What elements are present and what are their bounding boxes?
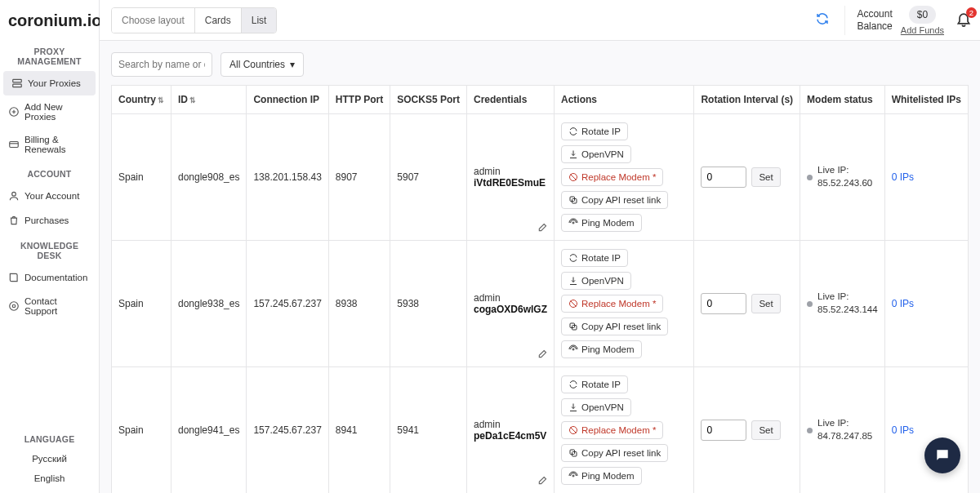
edit-credentials-icon[interactable] (537, 348, 549, 362)
search-input[interactable] (111, 52, 212, 77)
cell-country: Spain (112, 367, 172, 494)
cred-pass: peDa1cE4cm5V (474, 430, 547, 442)
sidebar-item-your-proxies[interactable]: Your Proxies (3, 71, 96, 95)
col-country[interactable]: Country⇅ (112, 86, 172, 114)
balance-box: Account Balance $0 Add Funds (844, 6, 944, 35)
edit-credentials-icon[interactable] (537, 474, 549, 488)
topbar: Choose layout Cards List Account Balance… (100, 0, 980, 41)
set-interval-button[interactable]: Set (751, 420, 780, 440)
cell-country: Spain (112, 114, 172, 241)
refresh-balance-icon[interactable] (815, 11, 830, 29)
cell-whitelist: 0 IPs (884, 241, 968, 367)
rotation-interval-input[interactable] (701, 420, 746, 441)
svg-point-4 (12, 192, 16, 196)
sidebar-item-label: Add New Proxies (24, 102, 91, 122)
whitelist-link[interactable]: 0 IPs (892, 298, 914, 309)
cell-credentials: adminiVtdRE0ESmuE (466, 114, 554, 241)
whitelist-link[interactable]: 0 IPs (892, 424, 914, 436)
section-title-account: ACCOUNT (0, 161, 99, 184)
cell-ip: 157.245.67.237 (247, 367, 328, 494)
set-interval-button[interactable]: Set (751, 167, 780, 187)
sidebar-item-purchases[interactable]: Purchases (0, 208, 99, 233)
chat-icon (934, 447, 951, 464)
balance-label-1: Account (857, 8, 892, 20)
copy-api-reset-button[interactable]: Copy API reset link (561, 444, 668, 462)
sidebar-item-label: Billing & Renewals (24, 135, 91, 154)
cell-interval: Set (694, 114, 800, 241)
col-actions: Actions (555, 86, 694, 114)
col-whitelisted-ips: Whitelisted IPs (884, 86, 968, 114)
country-select-label: All Countries (229, 59, 285, 70)
status-dot-icon (807, 175, 813, 180)
lang-zh[interactable]: 中国人 (0, 488, 99, 493)
cell-http: 8941 (328, 367, 390, 494)
country-select[interactable]: All Countries ▾ (220, 52, 304, 77)
sort-icon: ⇅ (158, 96, 164, 104)
col-http-port: HTTP Port (328, 86, 390, 114)
lang-ru[interactable]: Русский (0, 449, 99, 469)
notifications-button[interactable]: 2 (956, 11, 972, 29)
ping-modem-button[interactable]: Ping Modem (561, 467, 642, 485)
add-funds-link[interactable]: Add Funds (901, 25, 944, 35)
rotate-ip-button[interactable]: Rotate IP (561, 122, 628, 140)
replace-modem-button[interactable]: Replace Modem * (561, 421, 663, 439)
openvpn-button[interactable]: OpenVPN (561, 398, 631, 416)
cred-user: admin (474, 166, 547, 177)
cred-user: admin (474, 292, 547, 304)
cell-status: Live IP:84.78.247.85 (800, 367, 885, 494)
cell-interval: Set (694, 367, 800, 494)
sidebar: coronium.io PROXY MANAGEMENT Your Proxie… (0, 0, 100, 493)
sidebar-item-add-new-proxies[interactable]: Add New Proxies (0, 95, 99, 128)
table-row: Spaindongle941_es157.245.67.23789415941a… (112, 367, 969, 494)
stack-icon (11, 78, 23, 89)
cell-interval: Set (694, 241, 800, 367)
sort-icon: ⇅ (189, 96, 196, 104)
sidebar-item-your-account[interactable]: Your Account (0, 184, 99, 208)
ping-modem-button[interactable]: Ping Modem (561, 214, 642, 232)
edit-credentials-icon[interactable] (537, 221, 549, 235)
copy-api-reset-button[interactable]: Copy API reset link (561, 318, 668, 335)
table-row: Spaindongle908_es138.201.158.4389075907a… (112, 114, 969, 241)
ping-modem-button[interactable]: Ping Modem (561, 340, 642, 358)
replace-modem-button[interactable]: Replace Modem * (561, 168, 663, 186)
sidebar-item-documentation[interactable]: Documentation (0, 265, 99, 290)
set-interval-button[interactable]: Set (751, 294, 780, 313)
sidebar-item-contact-support[interactable]: Contact Support (0, 290, 99, 322)
rotation-interval-input[interactable] (701, 167, 746, 188)
col-modem-status: Modem status (800, 86, 885, 114)
card-icon (8, 139, 20, 150)
user-icon (8, 190, 20, 202)
cell-socks5: 5941 (390, 367, 467, 494)
replace-modem-button[interactable]: Replace Modem * (561, 295, 663, 313)
lang-en[interactable]: English (0, 469, 99, 488)
layout-list[interactable]: List (242, 8, 277, 33)
chat-fab[interactable] (924, 437, 960, 473)
cell-http: 8907 (328, 114, 390, 241)
svg-point-6 (12, 304, 16, 308)
layout-switch: Choose layout Cards List (111, 7, 277, 33)
copy-api-reset-button[interactable]: Copy API reset link (561, 191, 668, 209)
sidebar-item-label: Contact Support (24, 296, 91, 316)
cell-http: 8938 (328, 241, 390, 367)
rotate-ip-button[interactable]: Rotate IP (561, 375, 628, 393)
col-id[interactable]: ID⇅ (172, 86, 247, 114)
cred-pass: iVtdRE0ESmuE (474, 177, 547, 189)
whitelist-link[interactable]: 0 IPs (892, 171, 914, 183)
openvpn-button[interactable]: OpenVPN (561, 145, 631, 163)
svg-point-18 (572, 475, 574, 477)
cell-socks5: 5907 (390, 114, 467, 241)
rotate-ip-button[interactable]: Rotate IP (561, 249, 628, 267)
chevron-down-icon: ▾ (290, 59, 295, 70)
sidebar-item-billing-renewals[interactable]: Billing & Renewals (0, 128, 99, 161)
svg-rect-1 (13, 84, 22, 87)
openvpn-button[interactable]: OpenVPN (561, 272, 631, 290)
layout-cards[interactable]: Cards (195, 8, 242, 33)
notification-badge: 2 (966, 7, 977, 18)
cell-id: dongle938_es (172, 241, 247, 367)
section-title-language: LANGUAGE (0, 426, 99, 449)
svg-rect-0 (13, 79, 22, 82)
rotation-interval-input[interactable] (701, 293, 746, 314)
col-credentials: Credentials (466, 86, 554, 114)
cell-ip: 138.201.158.43 (247, 114, 328, 241)
cell-actions: Rotate IPOpenVPNReplace Modem *Copy API … (555, 114, 694, 241)
